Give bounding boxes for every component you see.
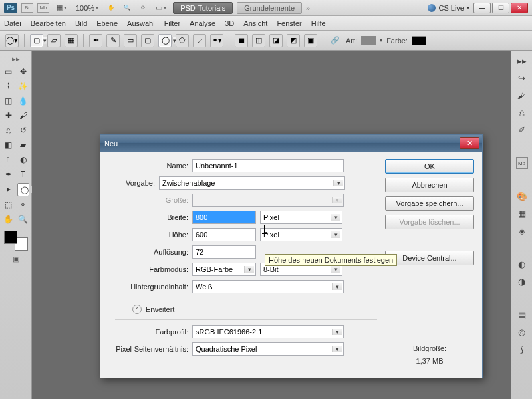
history-panel-icon[interactable]: ↪	[516, 72, 528, 84]
dodge-tool[interactable]: ◐	[17, 154, 29, 166]
move-tool[interactable]: ✥	[17, 66, 29, 78]
layout-dropdown[interactable]: ▦	[53, 3, 69, 12]
menu-analyse[interactable]: Analyse	[190, 19, 215, 27]
minibridge-icon[interactable]: Mb	[37, 3, 49, 13]
bridge-icon[interactable]: Br	[21, 3, 33, 13]
abbrechen-button[interactable]: Abbrechen	[385, 178, 474, 192]
paths-panel-icon[interactable]: ⟆	[516, 343, 528, 355]
minibridge-panel-icon[interactable]: Mb	[516, 157, 528, 169]
toolbox-collapse-icon[interactable]: ▸▸	[3, 55, 29, 63]
stamp-tool[interactable]: ⎌	[3, 124, 15, 136]
path-select-tool[interactable]: ▸	[3, 183, 15, 195]
breite-unit-select[interactable]: Pixel	[260, 211, 342, 224]
eyedropper-tool[interactable]: 💧	[17, 95, 29, 107]
dialog-close-button[interactable]: ✕	[460, 137, 479, 149]
vorgabe-speichern-button[interactable]: Vorgabe speichern...	[385, 196, 474, 211]
hoehe-input[interactable]	[192, 228, 256, 241]
hand-tool[interactable]: ✋	[3, 213, 15, 225]
color-picker[interactable]	[4, 231, 28, 251]
type-tool[interactable]: T	[17, 168, 29, 180]
foreground-color[interactable]	[4, 231, 17, 244]
pathop-exclude[interactable]: ▣	[304, 34, 317, 47]
shape-tool[interactable]: ◯	[17, 183, 29, 196]
menu-fenster[interactable]: Fenster	[277, 19, 301, 27]
3d-tool[interactable]: ⬚	[3, 199, 15, 211]
mode-paths[interactable]: ▱	[47, 34, 61, 47]
farbmodus-select[interactable]: RGB-Farbe	[192, 263, 256, 276]
pathop-intersect[interactable]: ◩	[287, 34, 300, 47]
pathop-new[interactable]: ◼	[235, 34, 248, 47]
pathop-add[interactable]: ◫	[252, 34, 265, 47]
aufloesung-input[interactable]	[192, 245, 256, 259]
zoom-tool[interactable]: 🔍	[17, 213, 29, 225]
pen-icon[interactable]: ✒	[89, 34, 102, 47]
marquee-tool[interactable]: ▭	[3, 66, 15, 78]
maximize-button[interactable]: ☐	[492, 3, 509, 13]
clone-panel-icon[interactable]: ⎌	[516, 106, 528, 118]
brush-tool[interactable]: 🖌	[17, 110, 29, 122]
zoom-icon[interactable]: 🔍	[121, 3, 133, 13]
cslive-button[interactable]: CS Live ▾	[428, 4, 469, 12]
ellipse-shape-icon[interactable]: ◯	[158, 34, 172, 47]
menu-bearbeiten[interactable]: Bearbeiten	[31, 19, 66, 27]
channels-panel-icon[interactable]: ◎	[516, 326, 528, 338]
vorgabe-select[interactable]: Zwischenablage	[159, 176, 345, 190]
device-central-button[interactable]: Device Central...	[385, 251, 474, 265]
history-brush-tool[interactable]: ↺	[17, 124, 29, 136]
layers-panel-icon[interactable]: ▤	[516, 309, 528, 321]
menu-ebene[interactable]: Ebene	[96, 19, 118, 27]
mode-fill[interactable]: ▦	[65, 34, 78, 47]
polygon-shape-icon[interactable]: ⬠	[176, 34, 189, 47]
color-swatch[interactable]	[412, 36, 426, 45]
gradient-tool[interactable]: ▰	[17, 139, 29, 151]
menu-bild[interactable]: Bild	[75, 19, 87, 27]
hand-icon[interactable]: ✋	[105, 3, 117, 13]
lasso-tool[interactable]: ⌇	[3, 80, 15, 92]
farbprofil-select[interactable]: sRGB IEC61966-2.1	[192, 325, 344, 338]
roundrect-shape-icon[interactable]: ▢	[141, 34, 154, 47]
mode-shape-layers[interactable]: ▢	[30, 34, 43, 47]
brushpresets-panel-icon[interactable]: ✐	[516, 124, 528, 136]
link-icon[interactable]: 🔗	[329, 34, 342, 47]
menu-datei[interactable]: Datei	[4, 19, 21, 27]
brush-panel-icon[interactable]: 🖌	[516, 89, 528, 101]
hintergrund-select[interactable]: Weiß	[192, 280, 344, 293]
masks-panel-icon[interactable]: ◑	[516, 275, 528, 287]
custom-shape-icon[interactable]: ✦▾	[210, 34, 223, 47]
erweitert-toggle[interactable]: ⌃ Erweitert	[132, 305, 377, 314]
swatches-panel-icon[interactable]: ▦	[516, 207, 528, 219]
menu-filter[interactable]: Filter	[164, 19, 180, 27]
panel-collapse-icon[interactable]: ▸▸	[516, 55, 528, 66]
workspace-tab-active[interactable]: PSD-Tutorials	[173, 2, 233, 14]
quickmask-icon[interactable]: ▣	[3, 255, 29, 263]
healing-tool[interactable]: ✚	[3, 110, 15, 122]
pixelsv-select[interactable]: Quadratische Pixel	[192, 342, 344, 356]
menu-ansicht[interactable]: Ansicht	[243, 19, 267, 27]
workspace-tab[interactable]: Grundelemente	[237, 2, 302, 14]
ok-button[interactable]: OK	[385, 159, 474, 174]
line-shape-icon[interactable]: ⟋	[193, 34, 206, 47]
blur-tool[interactable]: 𓄺	[3, 154, 15, 166]
hoehe-unit-select[interactable]: Pixel	[260, 228, 342, 241]
crop-tool[interactable]: ◫	[3, 95, 15, 107]
wand-tool[interactable]: ✨	[17, 80, 29, 92]
shape-preset-dropdown[interactable]: ◯▾	[5, 34, 19, 47]
color-panel-icon[interactable]: 🎨	[516, 190, 528, 202]
eraser-tool[interactable]: ◧	[3, 139, 15, 151]
styles-panel-icon[interactable]: ◈	[516, 225, 528, 237]
pathop-subtract[interactable]: ◪	[269, 34, 283, 47]
adjustments-panel-icon[interactable]: ◐	[516, 258, 528, 270]
more-workspaces-icon[interactable]: »	[306, 4, 310, 12]
dialog-titlebar[interactable]: Neu ✕	[100, 135, 482, 152]
rotate-icon[interactable]: ⟳	[137, 3, 149, 13]
close-button[interactable]: ✕	[511, 3, 528, 13]
menu-auswahl[interactable]: Auswahl	[127, 19, 155, 27]
zoom-dropdown[interactable]: 100%	[73, 4, 101, 12]
style-swatch[interactable]	[361, 36, 376, 45]
rect-shape-icon[interactable]: ▭	[124, 34, 137, 47]
menu-3d[interactable]: 3D	[225, 19, 234, 27]
name-input[interactable]	[192, 159, 344, 172]
pen-tool[interactable]: ✒	[3, 168, 15, 180]
minimize-button[interactable]: —	[473, 3, 491, 13]
menu-hilfe[interactable]: Hilfe	[311, 19, 326, 27]
